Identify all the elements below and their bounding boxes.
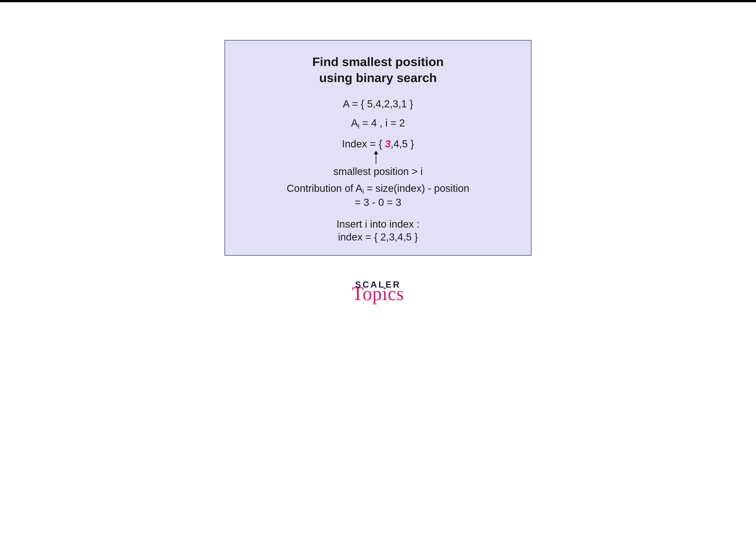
insert-line-1: Insert i into index : (238, 218, 518, 230)
logo-topics-text: Topics (352, 284, 404, 303)
up-arrow-icon (373, 151, 379, 164)
title-line-1: Find smallest position (312, 55, 444, 69)
insert-line-2: index = { 2,3,4,5 } (238, 231, 518, 243)
smallest-position-label: smallest position > i (238, 165, 518, 177)
panel-title: Find smallest position using binary sear… (238, 54, 518, 86)
contribution-result-line: = 3 - 0 = 3 (238, 196, 518, 208)
explainer-panel: Find smallest position using binary sear… (224, 40, 532, 256)
index-post: ,4,5 } (391, 138, 414, 150)
contrib1-post: = size(index) - position (364, 183, 469, 194)
contribution-formula-line: Contribution of Ai = size(index) - posit… (238, 182, 518, 196)
arrow-wrap (234, 151, 518, 165)
diagram-canvas: Find smallest position using binary sear… (0, 2, 756, 303)
Ai-pre: A (351, 117, 358, 129)
Ai-line: Ai = 4 , i = 2 (238, 117, 518, 130)
Ai-post: = 4 , i = 2 (360, 117, 405, 129)
index-line: Index = { 3,4,5 } (238, 138, 518, 150)
top-black-bar (0, 0, 756, 2)
title-line-2: using binary search (319, 71, 437, 85)
index-highlight: 3 (385, 138, 391, 150)
index-pre: Index = { (342, 138, 385, 150)
contrib1-pre: Contribution of A (287, 183, 362, 194)
array-A-line: A = { 5,4,2,3,1 } (238, 98, 518, 110)
Ai-sub: i (358, 123, 360, 130)
scaler-topics-logo: SCALER Topics (352, 280, 404, 303)
